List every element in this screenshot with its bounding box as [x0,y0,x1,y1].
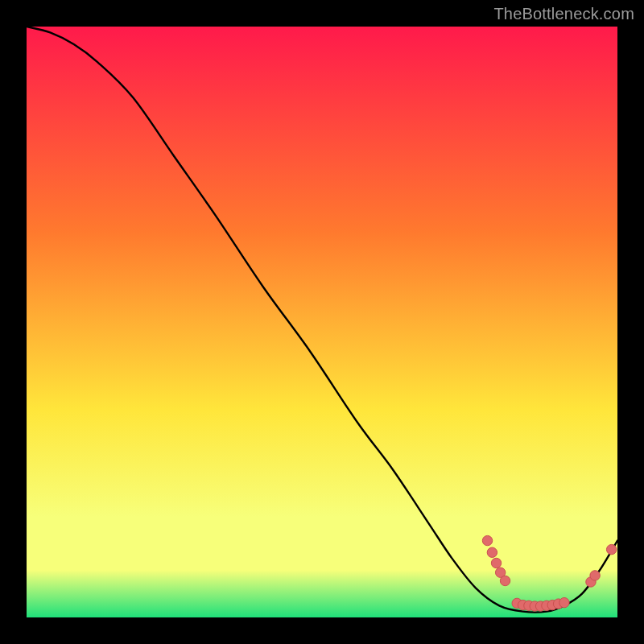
data-dot [590,571,600,580]
chart-stage: TheBottleneck.com [0,0,644,644]
data-dot [482,535,492,545]
data-dot [606,544,616,554]
data-dot [487,547,497,557]
watermark-text: TheBottleneck.com [493,5,634,23]
data-dots [27,27,617,617]
data-dot [500,576,510,585]
data-dot [559,597,569,607]
data-dot [491,558,501,568]
plot-area [27,27,617,617]
